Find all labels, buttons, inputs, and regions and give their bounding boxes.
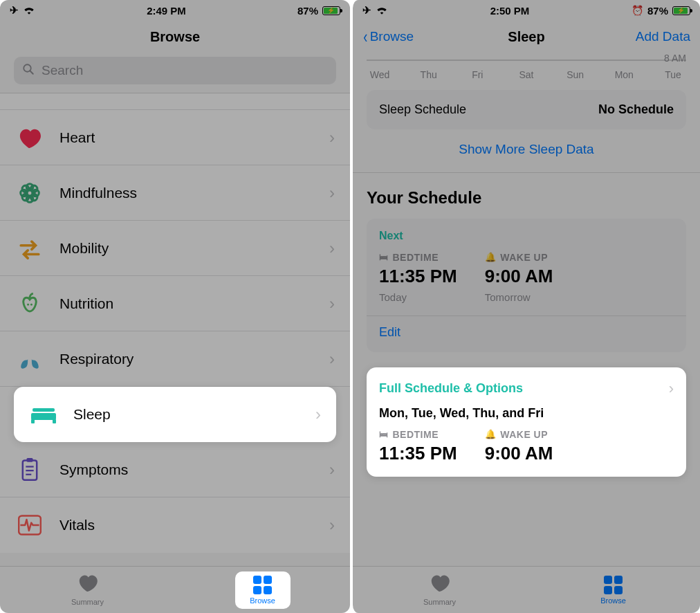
weekday: Sat: [513, 69, 540, 80]
status-bar: ✈ 2:50 PM ⏰ 87% ⚡: [353, 0, 700, 21]
mindfulness-icon: [15, 179, 44, 208]
status-time: 2:50 PM: [490, 5, 530, 17]
svg-point-10: [27, 303, 29, 305]
bell-icon: 🔔: [485, 252, 497, 262]
bedtime-sub: Today: [379, 291, 457, 303]
row-label: Respiratory: [59, 351, 329, 367]
section-title: Your Schedule: [367, 188, 686, 208]
row-mobility[interactable]: Mobility ›: [0, 221, 350, 276]
tab-browse[interactable]: Browse: [235, 571, 291, 609]
svg-rect-17: [26, 458, 33, 462]
edit-button[interactable]: Edit: [379, 315, 674, 340]
sleep-icon: [29, 400, 58, 429]
row-label: Symptoms: [59, 461, 329, 478]
row-label: Mobility: [59, 240, 329, 257]
search-placeholder: Search: [42, 63, 83, 78]
chevron-right-icon: ›: [669, 380, 674, 398]
full-schedule-card[interactable]: Full Schedule & Options › Mon, Tue, Wed,…: [367, 367, 686, 477]
row-sleep[interactable]: Sleep ›: [14, 387, 336, 442]
weekday: Fri: [464, 69, 490, 80]
row-label: Sleep: [73, 406, 315, 423]
next-label: Next: [379, 230, 674, 242]
weekday: Wed: [367, 69, 393, 80]
chevron-right-icon: ›: [329, 460, 335, 479]
heart-icon: [15, 123, 44, 152]
bedtime-label: BEDTIME: [393, 252, 439, 263]
weekday: Mon: [611, 69, 637, 80]
nutrition-icon: [15, 289, 44, 318]
svg-point-6: [22, 185, 29, 192]
bell-icon: 🔔: [485, 429, 497, 439]
bed-icon: 🛏: [379, 429, 389, 439]
chevron-right-icon: ›: [329, 515, 335, 535]
row-symptoms[interactable]: Symptoms ›: [0, 442, 350, 497]
row-label: Mindfulness: [59, 185, 329, 201]
wifi-icon: [23, 5, 35, 17]
chevron-right-icon: ›: [315, 405, 321, 424]
svg-rect-14: [31, 419, 35, 423]
nav-header: Browse: [0, 21, 350, 53]
chevron-left-icon: ‹: [363, 28, 367, 46]
status-time: 2:49 PM: [147, 5, 186, 17]
search-icon: [22, 63, 35, 79]
phone-right: ✈ 2:50 PM ⏰ 87% ⚡ ‹ Browse Sleep Add Dat…: [350, 0, 700, 613]
weekday-row: Wed Thu Fri Sat Sun Mon Tue: [353, 62, 700, 90]
svg-rect-12: [33, 408, 55, 412]
airplane-icon: ✈: [362, 4, 371, 17]
search-input[interactable]: Search: [14, 57, 336, 84]
tab-label: Browse: [250, 596, 275, 605]
bedtime-value: 11:35 PM: [379, 443, 457, 464]
page-title: Sleep: [508, 29, 544, 45]
weekday: Thu: [416, 69, 442, 80]
tab-label: Browse: [600, 596, 626, 605]
full-schedule-title: Full Schedule & Options: [379, 381, 523, 396]
tab-bar: Summary Browse: [0, 566, 350, 613]
chevron-right-icon: ›: [329, 239, 335, 258]
row-vitals[interactable]: Vitals ›: [0, 497, 350, 553]
battery-icon: ⚡: [672, 6, 690, 15]
phone-left: ✈ 2:49 PM 87% ⚡ Browse Search: [0, 0, 350, 613]
svg-line-1: [30, 71, 33, 74]
grid-tab-icon: [253, 576, 272, 594]
next-schedule-card: Next 🛏BEDTIME 11:35 PM Today 🔔WAKE UP 9:…: [367, 219, 686, 352]
back-button[interactable]: ‹ Browse: [362, 28, 414, 46]
alarm-icon: ⏰: [632, 5, 643, 16]
bed-icon: 🛏: [379, 252, 389, 262]
sleep-schedule-card[interactable]: Sleep Schedule No Schedule: [367, 90, 686, 129]
sleep-schedule-value: No Schedule: [598, 102, 674, 117]
wake-label: WAKE UP: [500, 252, 548, 263]
row-mindfulness[interactable]: Mindfulness ›: [0, 165, 350, 221]
row-heart[interactable]: Heart ›: [0, 110, 350, 165]
row-respiratory[interactable]: Respiratory ›: [0, 331, 350, 387]
vitals-icon: [15, 511, 44, 540]
list-row-partial: [0, 93, 350, 110]
chevron-right-icon: ›: [329, 349, 335, 369]
chevron-right-icon: ›: [329, 183, 335, 203]
row-nutrition[interactable]: Nutrition ›: [0, 276, 350, 331]
status-bar: ✈ 2:49 PM 87% ⚡: [0, 0, 350, 21]
weekday: Sun: [562, 69, 589, 80]
row-label: Heart: [59, 129, 329, 146]
tab-label: Summary: [423, 598, 456, 606]
show-more-link[interactable]: Show More Sleep Data: [367, 142, 686, 172]
svg-rect-13: [31, 413, 56, 420]
chevron-right-icon: ›: [329, 294, 335, 313]
svg-point-11: [30, 303, 33, 305]
sleep-schedule-label: Sleep Schedule: [379, 102, 466, 117]
wake-sub: Tomorrow: [485, 291, 553, 303]
wake-value: 9:00 AM: [485, 266, 553, 287]
weekday: Tue: [660, 69, 686, 80]
page-title: Browse: [150, 29, 200, 45]
tab-label: Summary: [71, 598, 104, 606]
wake-label: WAKE UP: [500, 429, 548, 440]
svg-point-7: [30, 185, 37, 192]
tab-summary[interactable]: Summary: [412, 574, 468, 606]
add-data-button[interactable]: Add Data: [636, 29, 690, 44]
tab-browse[interactable]: Browse: [586, 576, 641, 605]
mobility-icon: [15, 234, 44, 263]
svg-point-9: [30, 194, 37, 201]
tab-summary[interactable]: Summary: [60, 574, 116, 606]
tab-bar: Summary Browse: [353, 566, 700, 613]
category-list: Heart › Mindfulness › Mobility ›: [0, 93, 350, 553]
chevron-right-icon: ›: [329, 128, 335, 147]
